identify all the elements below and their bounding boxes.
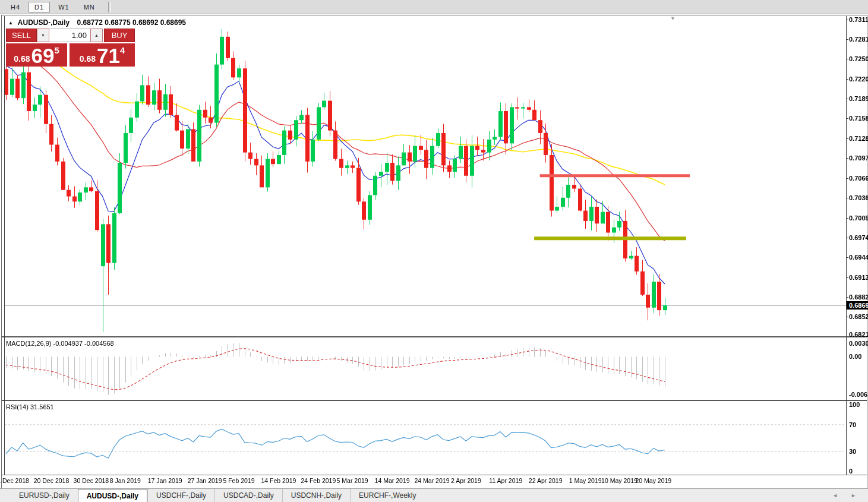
volume-input[interactable] xyxy=(49,29,90,42)
sell-price-quote[interactable]: 0.68 69 5 xyxy=(6,43,67,67)
date-axis-label: 30 Dec 2018 xyxy=(74,477,109,484)
date-axis-label: 1 May 2019 xyxy=(569,477,602,484)
date-axis-label: 14 Feb 2019 xyxy=(261,477,296,484)
toolbar-separator xyxy=(108,2,111,12)
macd-name: MACD(12,26,9) xyxy=(6,340,51,347)
macd-indicator-label: MACD(12,26,9) -0.004937 -0.004568 xyxy=(6,340,114,347)
tab-scroll-arrows: ◄► xyxy=(829,489,868,502)
chart-tab-audusd[interactable]: AUDUSD-,Daily xyxy=(78,489,147,502)
date-axis-label: 10 May 2019 xyxy=(601,477,637,484)
sell-button[interactable]: SELL xyxy=(6,29,37,42)
price-axis-label: 0.70665 xyxy=(849,175,868,182)
ohlc-marker-icon: ▲ xyxy=(8,20,13,26)
rsi-name: RSI(14) xyxy=(6,403,29,411)
macd-main-value: -0.004937 xyxy=(53,340,83,347)
chart-symbol-label: AUDUSD-,Daily xyxy=(18,18,70,27)
trading-platform-screen: H4D1W1MN ▲ AUDUSD-,Daily 0.68772 0.68775… xyxy=(0,0,868,502)
date-axis-label: 17 Jan 2019 xyxy=(148,477,182,484)
date-axis-label: 24 Mar 2019 xyxy=(415,477,450,484)
date-axis-label: 14 Mar 2019 xyxy=(375,477,410,484)
price-axis-label: 0.72505 xyxy=(849,55,868,62)
date-axis-label: 20 May 2019 xyxy=(635,477,671,484)
date-axis-label: 2 Apr 2019 xyxy=(451,477,481,484)
date-axis-label: 5 Feb 2019 xyxy=(223,477,254,484)
date-axis-label: 22 Apr 2019 xyxy=(529,477,563,484)
timeframe-button-w1[interactable]: W1 xyxy=(52,2,75,12)
tab-scroll-left-button[interactable]: ◄ xyxy=(829,492,841,499)
volume-decrease-button[interactable]: ▼ xyxy=(37,29,49,42)
rsi-axis-label: 0 xyxy=(849,468,853,475)
one-click-trading-panel: SELL ▼ ▲ BUY 0.68 69 5 0.68 71 4 xyxy=(6,29,136,67)
chart-tab-eurusd[interactable]: EURUSD-,Daily xyxy=(11,489,78,502)
price-axis-label: 0.72200 xyxy=(849,75,868,83)
chart-canvas[interactable] xyxy=(0,15,868,488)
chart-tab-usdcnh[interactable]: USDCNH-,Daily xyxy=(282,489,350,502)
rsi-axis-label: 70 xyxy=(849,421,856,428)
macd-signal-value: -0.004568 xyxy=(84,340,114,347)
price-axis-label: 0.70970 xyxy=(849,154,868,162)
chart-tabs-bar: EURUSD-,DailyAUDUSD-,DailyUSDCHF-,DailyU… xyxy=(0,488,868,502)
macd-axis-label: -0.00631 xyxy=(849,391,868,398)
rsi-indicator-label: RSI(14) 31.5651 xyxy=(6,403,54,411)
timeframe-button-d1[interactable]: D1 xyxy=(29,2,50,12)
chart-tab-usdchf[interactable]: USDCHF-,Daily xyxy=(147,489,214,502)
buy-price-quote[interactable]: 0.68 71 4 xyxy=(70,43,135,67)
sell-price-prefix: 0.68 xyxy=(14,54,30,64)
sell-price-point: 5 xyxy=(54,45,59,55)
date-axis-label: 27 Jan 2019 xyxy=(188,477,222,484)
date-axis-label: 24 Feb 2019 xyxy=(301,477,336,484)
current-price-badge: 0.68695 xyxy=(847,301,868,310)
price-axis-label: 0.71890 xyxy=(849,95,868,102)
price-axis-label: 0.69130 xyxy=(849,274,868,281)
chart-tab-usdcad[interactable]: USDCAD-,Daily xyxy=(214,489,282,502)
price-axis-label: 0.68210 xyxy=(849,331,868,338)
timeframe-toolbar: H4D1W1MN xyxy=(0,0,868,14)
buy-price-pips: 71 xyxy=(97,45,120,67)
sell-price-pips: 69 xyxy=(31,45,54,67)
price-axis-label: 0.70360 xyxy=(849,194,868,201)
rsi-value: 31.5651 xyxy=(30,403,54,411)
timeframe-button-mn[interactable]: MN xyxy=(78,2,101,12)
date-axis-label: 11 Apr 2019 xyxy=(489,477,522,484)
buy-price-prefix: 0.68 xyxy=(80,54,96,64)
date-axis-label: 11 Dec 2018 xyxy=(0,477,29,484)
price-axis-label: 0.68520 xyxy=(849,313,868,320)
buy-button[interactable]: BUY xyxy=(104,29,135,42)
price-axis-label: 0.73115 xyxy=(849,16,868,23)
buy-price-point: 4 xyxy=(120,45,125,55)
volume-increase-button[interactable]: ▲ xyxy=(90,29,103,42)
macd-axis-label: 0.003035 xyxy=(849,340,868,347)
chart-title-bar: ▲ AUDUSD-,Daily 0.68772 0.68775 0.68692 … xyxy=(8,18,186,27)
price-axis-label: 0.69745 xyxy=(849,234,868,241)
macd-axis-label: 0.00 xyxy=(849,353,861,360)
price-axis-label: 0.70050 xyxy=(849,214,868,222)
price-axis-label: 0.68825 xyxy=(849,293,868,301)
date-axis-label: 8 Jan 2019 xyxy=(110,477,141,484)
rsi-axis-label: 30 xyxy=(849,448,856,455)
price-axis-label: 0.71585 xyxy=(849,115,868,122)
tab-scroll-right-button[interactable]: ► xyxy=(847,492,860,499)
chart-ohlc-values: 0.68772 0.68775 0.68692 0.68695 xyxy=(77,18,187,27)
price-axis-label: 0.72810 xyxy=(849,36,868,43)
price-axis-label: 0.71280 xyxy=(849,135,868,142)
date-axis-label: 20 Dec 2018 xyxy=(34,477,70,484)
timeframe-button-h4[interactable]: H4 xyxy=(5,2,26,12)
rsi-axis-label: 100 xyxy=(849,401,860,408)
auto-scroll-marker-icon: ▼ xyxy=(670,15,676,21)
price-axis-label: 0.69440 xyxy=(849,254,868,261)
chart-tab-eurchf[interactable]: EURCHF-,Weekly xyxy=(350,489,424,502)
date-axis-label: 5 Mar 2019 xyxy=(337,477,368,484)
